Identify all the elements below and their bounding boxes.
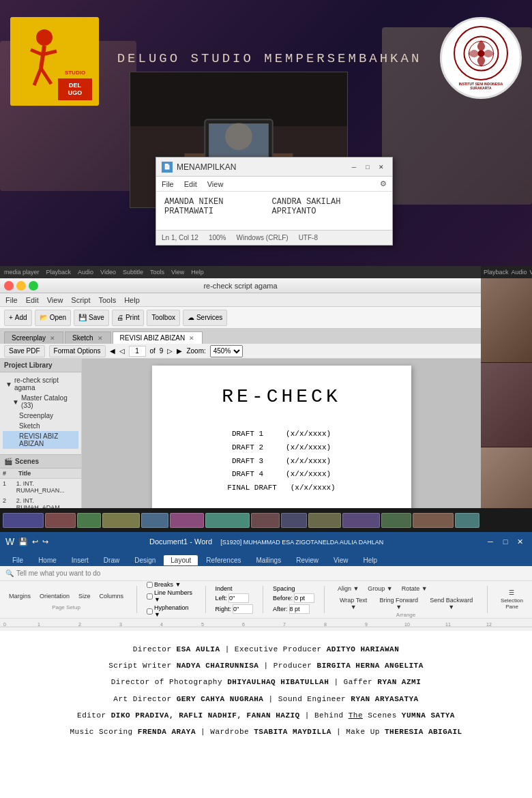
word-tab-view[interactable]: View — [327, 555, 355, 565]
word-backward-btn[interactable]: Send Backward ▼ — [425, 597, 477, 610]
fd-scene-row-1[interactable]: 1 1. INT. RUMAH_RUAN... — [0, 479, 81, 496]
word-right-indent-input[interactable] — [233, 604, 253, 614]
fd-format-options-btn[interactable]: Format Options — [49, 345, 106, 357]
fd-close-btn[interactable] — [4, 281, 14, 291]
fd-tab-screenplay-close[interactable]: ✕ — [49, 335, 56, 342]
word-tab-file[interactable]: File — [5, 555, 30, 565]
fd-menu-script[interactable]: Script — [71, 296, 90, 304]
notepad-menu-view[interactable]: View — [207, 180, 224, 188]
word-tab-draw[interactable]: Draw — [97, 555, 126, 565]
word-ribbon: File Home Insert Draw Design Layout Refe… — [0, 551, 532, 566]
fd-tree-revisi[interactable]: REVISI ABIZ ABIZAN — [3, 431, 78, 449]
fd-menu-tools[interactable]: Tools — [98, 296, 116, 304]
notepad-maximize-btn[interactable]: □ — [362, 162, 373, 173]
word-min-btn[interactable]: ─ — [484, 535, 497, 548]
word-align-btn[interactable]: Align ▼ — [334, 582, 362, 595]
video-thumb-2 — [481, 363, 532, 447]
fd-tab-revisi-close[interactable]: ✕ — [188, 335, 195, 342]
word-tab-layout[interactable]: Layout — [164, 555, 198, 565]
media-help-menu[interactable]: Help — [191, 269, 204, 276]
word-group-btn[interactable]: Group ▼ — [364, 582, 396, 595]
fd-tab-sketch[interactable]: Sketch ✕ — [65, 331, 111, 344]
fd-tree-master[interactable]: ▼ Master Catalog (33) — [3, 393, 78, 411]
notepad-names-line: AMANDA NIKEN PRATMAWATI CANDRA SAKILAH A… — [164, 197, 384, 216]
fd-nav-prev2[interactable]: ◁ — [119, 347, 125, 355]
word-breaks-check[interactable] — [147, 582, 153, 588]
word-margins-btn[interactable]: Margins — [5, 589, 34, 603]
media-playback-menu[interactable]: Playback — [46, 269, 72, 276]
word-max-btn[interactable]: □ — [499, 535, 512, 548]
fd-menu-help[interactable]: Help — [124, 296, 140, 304]
notepad-menu-file[interactable]: File — [162, 180, 174, 188]
word-orientation-btn[interactable]: Orientation — [36, 589, 73, 603]
word-rotate-btn[interactable]: Rotate ▼ — [398, 582, 431, 595]
word-tab-help[interactable]: Help — [356, 555, 384, 565]
fd-zoom-select[interactable]: 450% 200% 100% — [210, 345, 243, 357]
media-video-menu[interactable]: Video — [100, 269, 116, 276]
word-selection-pane-btn[interactable]: ☰ SelectionPane — [497, 586, 527, 613]
fd-save-btn[interactable]: 💾 Save — [74, 310, 109, 326]
fd-min-btn[interactable] — [16, 281, 26, 291]
fd-draft-3: DRAFT 3 (x/x/xxxx) — [179, 455, 384, 469]
word-left-indent-input[interactable] — [228, 593, 249, 603]
fd-add-btn[interactable]: + Add — [4, 310, 32, 326]
fd-tree-screenplay[interactable]: Screenplay — [3, 411, 78, 421]
video-panel-menu-1[interactable]: Playback — [484, 269, 509, 276]
fd-nav-next[interactable]: ▷ — [167, 347, 173, 355]
fd-tab-sketch-close[interactable]: ✕ — [97, 335, 104, 342]
word-after-spacing-input[interactable] — [289, 604, 310, 614]
fd-toolbox-btn[interactable]: Toolbox — [147, 310, 179, 326]
fd-menu-view[interactable]: View — [47, 296, 63, 304]
fd-win-controls[interactable] — [4, 281, 38, 291]
word-search-input[interactable] — [16, 570, 527, 577]
fd-menu-file[interactable]: File — [5, 296, 18, 304]
fd-save-pdf-btn[interactable]: Save PDF — [4, 345, 45, 357]
word-hyphenation-check[interactable] — [147, 608, 153, 615]
fd-cloud-icon: ☁ — [188, 314, 194, 321]
notepad-minimize-btn[interactable]: ─ — [349, 162, 359, 173]
word-tab-home[interactable]: Home — [31, 555, 63, 565]
word-tab-insert[interactable]: Insert — [65, 555, 95, 565]
fd-draft-1: DRAFT 1 (x/x/xxxx) — [179, 428, 384, 441]
notepad-gear-icon[interactable]: ⚙ — [380, 179, 387, 188]
media-subtitle-menu[interactable]: Subtitle — [123, 269, 143, 276]
word-quick-redo[interactable]: ↪ — [42, 537, 48, 546]
video-panel-menu-2[interactable]: Audio — [512, 269, 527, 276]
fd-page-input[interactable] — [129, 346, 146, 357]
word-tab-mailings[interactable]: Mailings — [249, 555, 288, 565]
media-view-menu[interactable]: View — [171, 269, 184, 276]
fd-max-btn[interactable] — [29, 281, 38, 291]
word-win-controls[interactable]: ─ □ ✕ — [484, 535, 527, 548]
word-before-spacing-input[interactable] — [294, 593, 314, 603]
word-close-btn[interactable]: ✕ — [514, 535, 527, 548]
word-wrap-btn[interactable]: Wrap Text ▼ — [334, 597, 372, 610]
word-quick-undo[interactable]: ↩ — [32, 537, 38, 546]
fd-open-btn[interactable]: 📂 Open — [35, 310, 71, 326]
fd-nav-prev[interactable]: ◀ — [110, 347, 115, 355]
fd-tree-project[interactable]: ▼ re-check script agama — [3, 375, 78, 393]
notepad-controls[interactable]: ─ □ ✕ — [349, 162, 387, 173]
word-group-arrange: Align ▼ Group ▼ Rotate ▼ Wrap Text ▼ Bri… — [334, 582, 477, 618]
notepad-menu-edit[interactable]: Edit — [184, 180, 197, 188]
word-forward-btn[interactable]: Bring Forward ▼ — [374, 597, 423, 610]
media-tools-menu[interactable]: Tools — [150, 269, 164, 276]
word-tab-references[interactable]: References — [199, 555, 248, 565]
word-size-btn[interactable]: Size — [75, 589, 94, 603]
word-linenumbers-check[interactable] — [147, 593, 153, 600]
fd-scene-row-2[interactable]: 2 2. INT. RUMAH_ADAM... — [0, 496, 81, 509]
fd-tab-screenplay[interactable]: Screenplay ✕ — [4, 331, 63, 344]
fd-nav-next2[interactable]: ▶ — [177, 347, 182, 355]
video-panel-menu-3[interactable]: Video — [530, 269, 532, 276]
notepad-close-btn[interactable]: ✕ — [376, 162, 387, 173]
word-tab-design[interactable]: Design — [128, 555, 162, 565]
fd-menu-edit[interactable]: Edit — [26, 296, 39, 304]
word-tab-review[interactable]: Review — [289, 555, 325, 565]
word-quick-save[interactable]: 💾 — [18, 537, 28, 546]
fd-print-btn[interactable]: 🖨 Print — [112, 310, 145, 326]
fd-tree-sketch[interactable]: Sketch — [3, 421, 78, 431]
fd-tab-revisi[interactable]: REVISI ABIZ ABIZAN ✕ — [113, 331, 203, 344]
fd-services-btn[interactable]: ☁ Services — [183, 310, 227, 326]
word-columns-btn[interactable]: Columns — [96, 589, 128, 603]
media-audio-menu[interactable]: Audio — [78, 269, 93, 276]
credit-script-writer: NADYA CHAIRUNNISA — [177, 662, 259, 670]
